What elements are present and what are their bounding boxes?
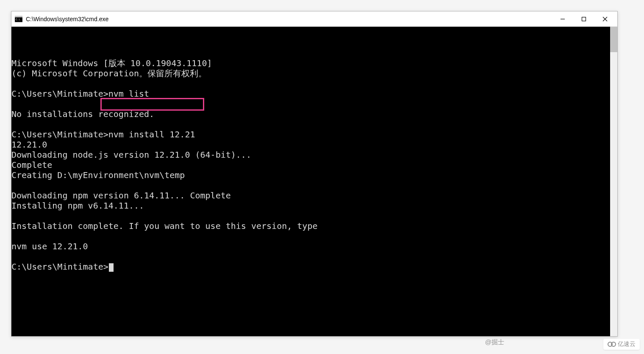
terminal-line [11,99,610,109]
terminal-line: Installation complete. If you want to us… [11,221,610,231]
terminal-line: No installations recognized. [11,109,610,119]
watermark-label: 亿速云 [618,340,636,348]
terminal-line [11,211,610,221]
terminal-line: Creating D:\myEnvironment\nvm\temp [11,170,610,180]
terminal-line: Downloading node.js version 12.21.0 (64-… [11,150,610,160]
scrollbar-thumb[interactable] [610,27,617,52]
terminal-line: Microsoft Windows [版本 10.0.19043.1110] [11,58,610,68]
terminal-line: Installing npm v6.14.11... [11,201,610,211]
vertical-scrollbar[interactable] [610,27,617,336]
terminal-line: C:\Users\Mintimate> [11,262,610,272]
maximize-button[interactable] [573,11,594,27]
terminal-line [11,78,610,89]
terminal-line [11,180,610,190]
window-titlebar[interactable]: C:\ C:\Windows\system32\cmd.exe [11,11,617,27]
watermark-badge: 亿速云 [603,339,640,350]
terminal-line [11,119,610,129]
terminal-line: C:\Users\Mintimate>nvm install 12.21 [11,129,610,139]
cmd-app-icon: C:\ [15,15,22,23]
terminal-line: Downloading npm version 6.14.11... Compl… [11,190,610,201]
terminal-line: C:\Users\Mintimate>nvm list [11,89,610,99]
svg-text:C:\: C:\ [16,18,20,21]
close-button[interactable] [594,11,616,27]
window-controls [552,11,616,26]
cmd-window: C:\ C:\Windows\system32\cmd.exe Microsof… [11,11,618,337]
terminal-line: 12.21.0 [11,139,610,150]
terminal-output[interactable]: Microsoft Windows [版本 10.0.19043.1110](c… [11,27,610,336]
terminal-cursor [109,263,114,272]
terminal-line: nvm use 12.21.0 [11,241,610,251]
minimize-button[interactable] [552,11,573,27]
terminal-line [11,251,610,262]
svg-rect-1 [15,16,22,17]
window-title: C:\Windows\system32\cmd.exe [26,16,552,22]
watermark-logo-icon [608,342,616,347]
terminal-line [11,231,610,241]
terminal-line: Complete [11,160,610,170]
watermark-alt: @掘士 [485,338,504,346]
terminal-area: Microsoft Windows [版本 10.0.19043.1110](c… [11,27,617,336]
svg-rect-4 [582,17,586,21]
terminal-line: (c) Microsoft Corporation。保留所有权利。 [11,68,610,78]
